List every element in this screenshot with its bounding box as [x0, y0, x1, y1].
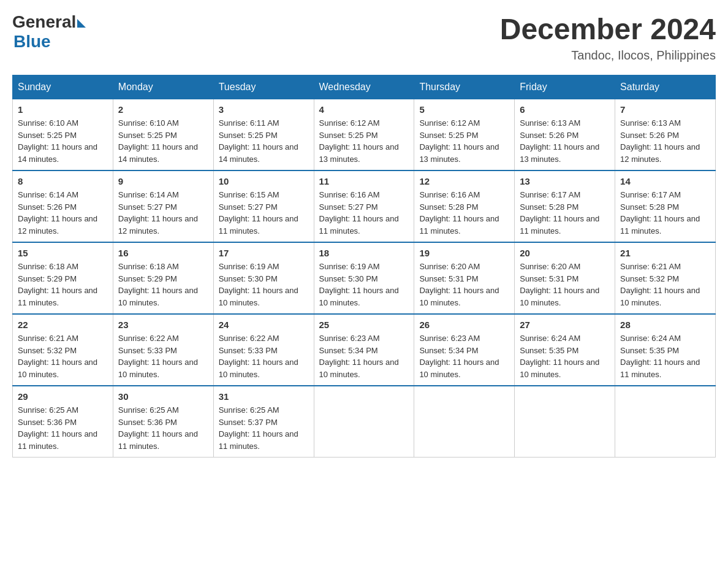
day-number: 7: [620, 104, 710, 115]
logo: General Blue: [12, 12, 86, 52]
calendar-week-row: 8Sunrise: 6:14 AMSunset: 5:26 PMDaylight…: [13, 170, 716, 242]
day-number: 10: [219, 176, 309, 186]
day-info: Sunrise: 6:19 AMSunset: 5:30 PMDaylight:…: [319, 261, 409, 308]
calendar-table: SundayMondayTuesdayWednesdayThursdayFrid…: [12, 75, 716, 458]
day-number: 19: [419, 248, 509, 258]
calendar-day-cell: 5Sunrise: 6:12 AMSunset: 5:25 PMDaylight…: [414, 99, 515, 171]
day-info: Sunrise: 6:22 AMSunset: 5:33 PMDaylight:…: [118, 332, 208, 380]
calendar-day-cell: 22Sunrise: 6:21 AMSunset: 5:32 PMDayligh…: [13, 314, 113, 386]
day-info: Sunrise: 6:16 AMSunset: 5:28 PMDaylight:…: [419, 189, 509, 237]
calendar-day-cell: 14Sunrise: 6:17 AMSunset: 5:28 PMDayligh…: [615, 170, 716, 242]
day-number: 31: [219, 391, 309, 402]
day-number: 15: [18, 248, 108, 258]
day-info: Sunrise: 6:10 AMSunset: 5:25 PMDaylight:…: [118, 117, 208, 165]
day-info: Sunrise: 6:13 AMSunset: 5:26 PMDaylight:…: [520, 117, 610, 165]
day-info: Sunrise: 6:23 AMSunset: 5:34 PMDaylight:…: [419, 332, 509, 380]
calendar-day-cell: 7Sunrise: 6:13 AMSunset: 5:26 PMDaylight…: [615, 99, 716, 171]
day-info: Sunrise: 6:21 AMSunset: 5:32 PMDaylight:…: [620, 261, 710, 308]
calendar-day-cell: 30Sunrise: 6:25 AMSunset: 5:36 PMDayligh…: [113, 386, 213, 458]
logo-blue-text: Blue: [13, 32, 51, 52]
day-info: Sunrise: 6:24 AMSunset: 5:35 PMDaylight:…: [620, 332, 710, 380]
calendar-day-cell: 17Sunrise: 6:19 AMSunset: 5:30 PMDayligh…: [213, 242, 314, 314]
calendar-day-header: Tuesday: [213, 75, 314, 99]
day-info: Sunrise: 6:14 AMSunset: 5:27 PMDaylight:…: [118, 189, 208, 237]
day-number: 12: [419, 176, 509, 186]
calendar-day-header: Saturday: [615, 75, 716, 99]
calendar-week-row: 1Sunrise: 6:10 AMSunset: 5:25 PMDaylight…: [13, 99, 716, 171]
day-number: 28: [620, 320, 710, 330]
calendar-day-cell: [314, 386, 414, 458]
calendar-day-header: Friday: [515, 75, 615, 99]
page-header: General Blue December 2024 Tandoc, Iloco…: [12, 12, 716, 63]
day-number: 6: [520, 104, 610, 115]
calendar-day-cell: 13Sunrise: 6:17 AMSunset: 5:28 PMDayligh…: [515, 170, 615, 242]
calendar-day-cell: 25Sunrise: 6:23 AMSunset: 5:34 PMDayligh…: [314, 314, 414, 386]
day-info: Sunrise: 6:11 AMSunset: 5:25 PMDaylight:…: [219, 117, 309, 165]
calendar-day-cell: 4Sunrise: 6:12 AMSunset: 5:25 PMDaylight…: [314, 99, 414, 171]
day-info: Sunrise: 6:25 AMSunset: 5:37 PMDaylight:…: [219, 404, 309, 452]
calendar-day-cell: [414, 386, 515, 458]
calendar-day-cell: 10Sunrise: 6:15 AMSunset: 5:27 PMDayligh…: [213, 170, 314, 242]
calendar-day-header: Wednesday: [314, 75, 414, 99]
day-number: 17: [219, 248, 309, 258]
calendar-week-row: 22Sunrise: 6:21 AMSunset: 5:32 PMDayligh…: [13, 314, 716, 386]
day-number: 1: [18, 104, 108, 115]
day-info: Sunrise: 6:14 AMSunset: 5:26 PMDaylight:…: [18, 189, 108, 237]
calendar-day-cell: 2Sunrise: 6:10 AMSunset: 5:25 PMDaylight…: [113, 99, 213, 171]
day-number: 30: [118, 391, 208, 402]
logo-general-text: General: [12, 12, 76, 32]
day-number: 24: [219, 320, 309, 330]
calendar-day-cell: 29Sunrise: 6:25 AMSunset: 5:36 PMDayligh…: [13, 386, 113, 458]
calendar-day-cell: 27Sunrise: 6:24 AMSunset: 5:35 PMDayligh…: [515, 314, 615, 386]
calendar-day-cell: 19Sunrise: 6:20 AMSunset: 5:31 PMDayligh…: [414, 242, 515, 314]
day-number: 11: [319, 176, 409, 186]
day-number: 27: [520, 320, 610, 330]
day-info: Sunrise: 6:19 AMSunset: 5:30 PMDaylight:…: [219, 261, 309, 308]
day-info: Sunrise: 6:15 AMSunset: 5:27 PMDaylight:…: [219, 189, 309, 237]
title-section: December 2024 Tandoc, Ilocos, Philippine…: [500, 12, 716, 63]
calendar-day-cell: [615, 386, 716, 458]
calendar-day-header: Thursday: [414, 75, 515, 99]
logo-triangle-icon: [77, 19, 86, 28]
calendar-day-cell: 1Sunrise: 6:10 AMSunset: 5:25 PMDaylight…: [13, 99, 113, 171]
day-number: 18: [319, 248, 409, 258]
calendar-day-cell: 6Sunrise: 6:13 AMSunset: 5:26 PMDaylight…: [515, 99, 615, 171]
day-info: Sunrise: 6:20 AMSunset: 5:31 PMDaylight:…: [419, 261, 509, 308]
day-number: 9: [118, 176, 208, 186]
calendar-day-cell: 26Sunrise: 6:23 AMSunset: 5:34 PMDayligh…: [414, 314, 515, 386]
day-info: Sunrise: 6:16 AMSunset: 5:27 PMDaylight:…: [319, 189, 409, 237]
day-info: Sunrise: 6:22 AMSunset: 5:33 PMDaylight:…: [219, 332, 309, 380]
day-info: Sunrise: 6:17 AMSunset: 5:28 PMDaylight:…: [520, 189, 610, 237]
location-subtitle: Tandoc, Ilocos, Philippines: [500, 48, 716, 63]
calendar-header-row: SundayMondayTuesdayWednesdayThursdayFrid…: [13, 75, 716, 99]
day-number: 20: [520, 248, 610, 258]
calendar-day-header: Sunday: [13, 75, 113, 99]
calendar-day-cell: 15Sunrise: 6:18 AMSunset: 5:29 PMDayligh…: [13, 242, 113, 314]
day-number: 21: [620, 248, 710, 258]
day-number: 14: [620, 176, 710, 186]
calendar-day-header: Monday: [113, 75, 213, 99]
calendar-day-cell: 28Sunrise: 6:24 AMSunset: 5:35 PMDayligh…: [615, 314, 716, 386]
calendar-day-cell: 18Sunrise: 6:19 AMSunset: 5:30 PMDayligh…: [314, 242, 414, 314]
day-number: 2: [118, 104, 208, 115]
calendar-day-cell: 20Sunrise: 6:20 AMSunset: 5:31 PMDayligh…: [515, 242, 615, 314]
calendar-day-cell: [515, 386, 615, 458]
day-number: 22: [18, 320, 108, 330]
calendar-day-cell: 24Sunrise: 6:22 AMSunset: 5:33 PMDayligh…: [213, 314, 314, 386]
day-info: Sunrise: 6:18 AMSunset: 5:29 PMDaylight:…: [118, 261, 208, 308]
day-info: Sunrise: 6:21 AMSunset: 5:32 PMDaylight:…: [18, 332, 108, 380]
day-number: 3: [219, 104, 309, 115]
calendar-day-cell: 31Sunrise: 6:25 AMSunset: 5:37 PMDayligh…: [213, 386, 314, 458]
calendar-day-cell: 23Sunrise: 6:22 AMSunset: 5:33 PMDayligh…: [113, 314, 213, 386]
calendar-week-row: 29Sunrise: 6:25 AMSunset: 5:36 PMDayligh…: [13, 386, 716, 458]
calendar-day-cell: 21Sunrise: 6:21 AMSunset: 5:32 PMDayligh…: [615, 242, 716, 314]
day-info: Sunrise: 6:12 AMSunset: 5:25 PMDaylight:…: [319, 117, 409, 165]
day-number: 26: [419, 320, 509, 330]
day-info: Sunrise: 6:12 AMSunset: 5:25 PMDaylight:…: [419, 117, 509, 165]
day-number: 29: [18, 391, 108, 402]
day-number: 25: [319, 320, 409, 330]
calendar-day-cell: 16Sunrise: 6:18 AMSunset: 5:29 PMDayligh…: [113, 242, 213, 314]
day-number: 23: [118, 320, 208, 330]
month-year-title: December 2024: [500, 12, 716, 46]
day-info: Sunrise: 6:18 AMSunset: 5:29 PMDaylight:…: [18, 261, 108, 308]
